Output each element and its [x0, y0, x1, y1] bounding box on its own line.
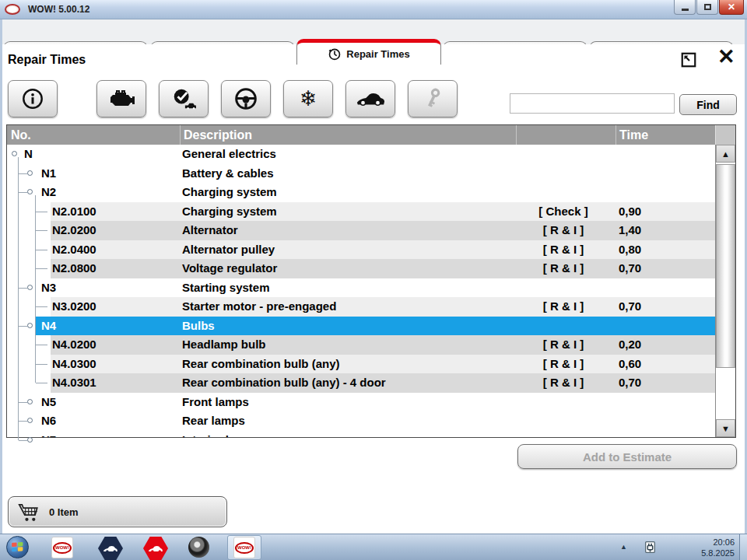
taskbar-wow-icon[interactable]: WOW!	[51, 537, 73, 558]
dock-window-button[interactable]	[680, 51, 697, 68]
scroll-up-button[interactable]: ▲	[716, 145, 735, 163]
row-no: N7	[41, 431, 56, 438]
key-button[interactable]	[408, 80, 458, 117]
car-body-icon	[356, 91, 385, 107]
tree-expand-handle[interactable]	[12, 151, 17, 156]
maximize-icon	[704, 4, 711, 10]
tree-expand-handle[interactable]	[27, 189, 33, 194]
row-description: Alternator pulley	[182, 240, 275, 260]
table-row[interactable]: N1Battery & cables	[7, 164, 716, 184]
panel-close-button[interactable]: ✕	[717, 45, 735, 68]
info-button[interactable]	[8, 80, 58, 117]
windows-flag-icon	[12, 542, 23, 552]
show-desktop-button[interactable]	[739, 534, 747, 560]
row-no: N4.0301	[52, 373, 96, 393]
row-stripe	[51, 335, 716, 355]
table-row[interactable]: N2.0800Voltage regulator[ R & I ]0,70	[7, 259, 716, 278]
row-description: Rear combination bulb (any)	[182, 355, 340, 374]
table-row[interactable]: N2.0200Alternator[ R & I ]1,40	[7, 221, 716, 240]
header-scrollbar-stub	[715, 125, 735, 145]
column-header-time: Time	[615, 125, 715, 145]
row-action	[513, 278, 614, 298]
add-to-estimate-button[interactable]: Add to Estimate	[517, 444, 737, 469]
row-action: [ R & I ]	[513, 355, 614, 374]
table-row[interactable]: N4.0301Rear combination bulb (any) - 4 d…	[7, 373, 716, 393]
table-row[interactable]: N3Starting system	[7, 278, 716, 298]
row-no: N2.0200	[52, 221, 96, 240]
minimize-button[interactable]	[674, 0, 696, 15]
tab-label: Repair Times	[346, 48, 409, 60]
scrollbar-thumb[interactable]	[716, 164, 735, 368]
row-no: N6	[41, 411, 56, 431]
dock-arrow-icon	[680, 51, 697, 68]
row-description: Headlamp bulb	[182, 335, 266, 355]
close-icon: ✕	[728, 2, 735, 12]
table-row[interactable]: N2.0100Charging system[ Check ]0,90	[7, 202, 716, 222]
start-button[interactable]	[6, 536, 29, 558]
row-time: 0,90	[619, 202, 641, 222]
row-description: Rear combination bulb (any) - 4 door	[182, 373, 386, 393]
vertical-scrollbar[interactable]: ▲ ▼	[715, 145, 735, 437]
engine-filter-button[interactable]	[96, 80, 146, 117]
column-header-action	[516, 125, 615, 145]
row-no: N2	[41, 183, 56, 202]
cart-button[interactable]: 0 Item	[8, 496, 227, 527]
row-no: N4	[41, 317, 56, 336]
climate-button[interactable]: ❄	[283, 80, 333, 117]
scroll-down-button[interactable]: ▼	[716, 419, 735, 437]
maximize-button[interactable]	[696, 0, 718, 15]
taskbar-car-blue-icon[interactable]	[98, 537, 123, 560]
row-stripe	[51, 259, 716, 278]
table-row[interactable]: NGeneral electrics	[7, 145, 716, 164]
table-row[interactable]: N4.0200Headlamp bulb[ R & I ]0,20	[7, 335, 716, 355]
row-no: N1	[41, 164, 56, 184]
row-action: [ R & I ]	[513, 221, 614, 240]
row-description: Front lamps	[182, 393, 249, 412]
taskbar-car-red-icon[interactable]	[143, 537, 168, 560]
snowflake-icon: ❄	[300, 89, 317, 110]
row-action: [ R & I ]	[513, 297, 614, 317]
row-no: N5	[41, 393, 56, 412]
row-no: N	[24, 145, 33, 164]
row-time: 0,20	[619, 335, 641, 355]
row-description: Charging system	[182, 183, 277, 202]
service-check-button[interactable]	[159, 80, 209, 117]
taskbar-disc-icon[interactable]	[188, 537, 209, 558]
steering-wheel-icon	[233, 86, 258, 111]
table-row[interactable]: N4Bulbs	[7, 317, 716, 336]
scroll-up-icon: ▲	[721, 149, 730, 159]
table-row[interactable]: N2.0400Alternator pulley[ R & I ]0,80	[7, 240, 716, 260]
tree-expand-handle[interactable]	[27, 285, 33, 290]
tab-repair-times[interactable]: Repair Times	[296, 39, 441, 65]
steering-button[interactable]	[221, 80, 271, 117]
row-action: [ R & I ]	[513, 259, 614, 278]
row-description: General electrics	[182, 145, 276, 164]
scroll-down-icon: ▼	[721, 424, 730, 433]
tray-plug-icon[interactable]	[643, 540, 658, 558]
table-row[interactable]: N6Rear lamps	[7, 411, 716, 431]
tray-clock[interactable]: 20:06 5.8.2025	[669, 537, 735, 558]
repair-times-panel: Repair Times ✕	[2, 44, 745, 534]
table-row[interactable]: N7Interior lamps	[7, 431, 716, 438]
tree-expand-handle[interactable]	[27, 437, 33, 443]
row-stripe	[51, 297, 716, 317]
body-button[interactable]	[345, 80, 395, 117]
table-row[interactable]: N5Front lamps	[7, 393, 716, 412]
table-body: NGeneral electricsN1Battery & cablesN2Ch…	[7, 145, 716, 437]
table-row[interactable]: N2Charging system	[7, 183, 716, 202]
column-header-no: No.	[7, 125, 180, 145]
tree-expand-handle[interactable]	[27, 418, 33, 423]
tree-expand-handle[interactable]	[27, 170, 33, 176]
table-row[interactable]: N4.0300Rear combination bulb (any)[ R & …	[7, 355, 716, 374]
taskbar-wow-active-icon[interactable]: WOW!	[227, 535, 261, 560]
find-button[interactable]: Find	[679, 94, 737, 115]
search-input[interactable]	[510, 93, 675, 114]
tree-expand-handle[interactable]	[27, 399, 33, 404]
row-description: Interior lamps	[182, 431, 259, 438]
tray-expand-icon[interactable]: ▲	[620, 543, 627, 551]
row-description: Starter motor - pre-engaged	[182, 297, 336, 317]
close-button[interactable]: ✕	[719, 0, 744, 15]
tree-expand-handle[interactable]	[27, 323, 33, 328]
service-check-icon	[170, 87, 197, 110]
table-row[interactable]: N3.0200Starter motor - pre-engaged[ R & …	[7, 297, 716, 317]
